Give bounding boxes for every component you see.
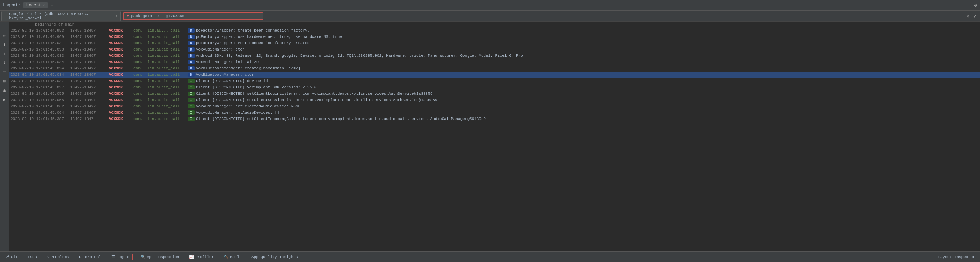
log-row[interactable]: 2023-02-10 17:01:45.033 13497-13497 VOXS…	[9, 46, 980, 53]
status-bar-right: Layout Inspector	[936, 254, 977, 260]
log-message: pcFactoryWrapper: Create peer connection…	[196, 28, 978, 33]
chevron-down-icon: ▾	[116, 14, 118, 18]
log-package: com...lin.audio_call	[134, 47, 186, 52]
log-tag: VOXSDK	[109, 117, 134, 121]
problems-icon: ⚠	[47, 255, 49, 259]
log-tag: VOXSDK	[109, 104, 134, 108]
log-tag: VOXSDK	[109, 60, 134, 64]
log-message: Client [DISCONNECTED] setClientSessionLi…	[196, 98, 978, 102]
log-package: com...lin.audio_call	[134, 110, 186, 115]
scroll-down-icon[interactable]: ⬇	[1, 41, 8, 49]
log-package: com...lin.audio_call	[134, 35, 186, 39]
log-message: VoxAudioManager: getAudioDevices: []	[196, 110, 978, 115]
profiler-label: Profiler	[195, 255, 214, 259]
log-timestamp: 2023-02-10 17:01:45.062	[11, 104, 70, 108]
log-pid: 13497-13497	[70, 98, 109, 102]
main-area: ⏸ ↺ ⬇ ↑ ↓ ☰ ⊞ ◉ ▶ --------- beginning of…	[0, 22, 980, 251]
down-icon[interactable]: ↓	[1, 59, 8, 66]
log-content[interactable]: --------- beginning of main 2023-02-10 1…	[9, 22, 980, 251]
log-package: com...lin.audio_call	[134, 73, 186, 77]
expand-icon[interactable]: ⤢	[972, 13, 978, 20]
app-inspection-status-item[interactable]: 🔍 App Inspection	[138, 254, 181, 260]
restart-icon[interactable]: ↺	[1, 32, 8, 39]
video-icon[interactable]: ▶	[1, 96, 8, 103]
log-pid: 13497-13497	[70, 47, 109, 52]
logcat-tab[interactable]: Logcat ✕	[23, 2, 48, 8]
app-quality-status-item[interactable]: App Quality Insights	[250, 254, 300, 260]
log-pid: 13497-13497	[70, 79, 109, 83]
close-filter-icon[interactable]: ✕	[965, 13, 970, 20]
log-row[interactable]: 2023-02-10 17:01:45.062 13497-13497 VOXS…	[9, 103, 980, 109]
log-message: Android SDK: 33, Release: 13, Brand: goo…	[196, 54, 978, 58]
log-package: com...lin.audio_call	[134, 54, 186, 58]
log-level-badge: I	[188, 79, 195, 83]
log-message: VoxAudioManager: getSelectedAudioDevice:…	[196, 104, 978, 108]
log-row[interactable]: 2023-02-10 17:01:45.064 13497-13497 VOXS…	[9, 109, 980, 116]
device-selector[interactable]: ☐ Google Pixel 6 (adb-1C021FDF6007BG-hXY…	[2, 11, 121, 21]
build-status-item[interactable]: 🔨 Build	[222, 254, 244, 260]
up-icon[interactable]: ↑	[1, 50, 8, 57]
log-package: com...lin.audio_call	[134, 85, 186, 90]
log-level-badge: I	[188, 117, 195, 121]
log-row[interactable]: 2023-02-10 17:01:45.033 13497-13497 VOXS…	[9, 53, 980, 59]
log-row[interactable]: 2023-02-10 17:01:44.953 13497-13497 VOXS…	[9, 27, 980, 34]
close-tab-icon[interactable]: ✕	[43, 3, 45, 7]
terminal-status-item[interactable]: ▶ Terminal	[77, 254, 103, 260]
logcat-status-item[interactable]: ☰ Logcat	[109, 254, 133, 260]
camera-icon[interactable]: ◉	[1, 87, 8, 94]
git-status-item[interactable]: ⎇ Git	[3, 254, 20, 260]
log-timestamp: 2023-02-10 17:01:45.033	[11, 47, 70, 52]
logcat-bottom-label: Logcat	[116, 255, 130, 259]
problems-status-item[interactable]: ⚠ Problems	[45, 254, 71, 260]
log-timestamp: 2023-02-10 17:01:45.034	[11, 60, 70, 64]
log-rows-container: 2023-02-10 17:01:44.953 13497-13497 VOXS…	[9, 27, 980, 122]
build-icon: 🔨	[224, 255, 229, 259]
log-pid: 13497-13497	[70, 110, 109, 115]
log-level-badge: D	[188, 60, 195, 64]
todo-status-item[interactable]: TODO	[25, 254, 39, 260]
log-timestamp: 2023-02-10 17:01:45.034	[11, 66, 70, 71]
log-pid: 13497-13497	[70, 104, 109, 108]
log-level-badge: I	[188, 104, 195, 108]
log-tag: VOXSDK	[109, 47, 134, 52]
log-pid: 13497-13497	[70, 73, 109, 77]
filter-icon: ▼	[126, 14, 129, 19]
log-row[interactable]: 2023-02-10 17:01:45.034 13497-13497 VOXS…	[9, 59, 980, 65]
layout-inspector-status-item[interactable]: Layout Inspector	[936, 254, 977, 260]
log-row[interactable]: 2023-02-10 17:01:45.034 13497-13497 VOXS…	[9, 65, 980, 71]
log-level-badge: D	[188, 47, 195, 52]
log-row[interactable]: 2023-02-10 17:01:45.055 13497-13497 VOXS…	[9, 97, 980, 103]
log-section-header: --------- beginning of main	[9, 22, 980, 27]
log-row[interactable]: 2023-02-10 17:01:45.031 13497-13497 VOXS…	[9, 40, 980, 46]
log-row[interactable]: 2023-02-10 17:01:45.037 13497-13497 VOXS…	[9, 84, 980, 90]
log-level-badge: I	[188, 92, 195, 96]
log-row[interactable]: 2023-02-10 17:01:45.034 13497-13497 VOXS…	[9, 71, 980, 78]
log-tag: VOXSDK	[109, 28, 134, 33]
log-level-badge: I	[188, 110, 195, 115]
profiler-status-item[interactable]: 📈 Profiler	[187, 254, 216, 260]
logcat-label: Logcat:	[3, 3, 21, 8]
gear-icon[interactable]: ⚙	[974, 2, 977, 8]
logcat-bottom-icon: ☰	[111, 255, 115, 259]
log-timestamp: 2023-02-10 17:01:44.953	[11, 28, 70, 33]
filter-input-box[interactable]: ▼ package:mine tag:VOXSDK	[123, 12, 263, 20]
log-row[interactable]: 2023-02-10 17:01:45.037 13497-13497 VOXS…	[9, 78, 980, 84]
pause-icon[interactable]: ⏸	[1, 23, 8, 30]
add-tab-button[interactable]: +	[51, 2, 53, 8]
log-package: com...lin.audio_call	[134, 92, 186, 96]
log-tag: VOXSDK	[109, 41, 134, 45]
log-row[interactable]: 2023-02-10 17:01:44.969 13497-13497 VOXS…	[9, 34, 980, 40]
log-row[interactable]: 2023-02-10 17:01:45.387 13497-1347 VOXSD…	[9, 116, 980, 122]
log-row[interactable]: 2023-02-10 17:01:45.055 13497-13497 VOXS…	[9, 90, 980, 97]
terminal-icon: ▶	[79, 255, 81, 259]
log-pid: 13497-13497	[70, 41, 109, 45]
git-label: Git	[11, 255, 18, 259]
log-timestamp: 2023-02-10 17:01:45.055	[11, 98, 70, 102]
log-tag: VOXSDK	[109, 73, 134, 77]
left-sidebar: ⏸ ↺ ⬇ ↑ ↓ ☰ ⊞ ◉ ▶	[0, 22, 9, 251]
filter-list-icon[interactable]: ☰	[1, 68, 8, 76]
log-message: Client [DISCONNECTED] Voximplant SDK ver…	[196, 85, 978, 90]
grid-icon[interactable]: ⊞	[1, 77, 8, 85]
log-tag: VOXSDK	[109, 98, 134, 102]
log-tag: VOXSDK	[109, 85, 134, 90]
